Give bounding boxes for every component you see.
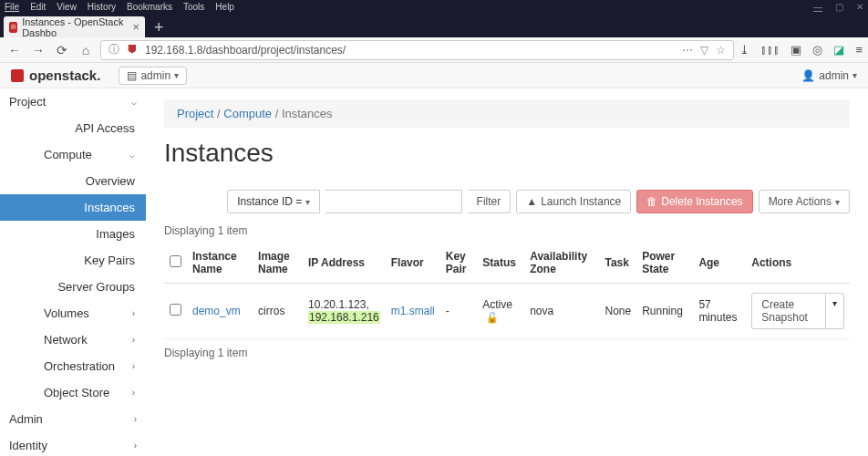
col-status[interactable]: Status <box>477 243 524 284</box>
chevron-right-icon: › <box>134 414 137 424</box>
star-icon[interactable]: ☆ <box>716 44 726 57</box>
chevron-right-icon: › <box>132 308 135 318</box>
info-icon[interactable]: ⓘ <box>108 42 119 57</box>
col-image-name[interactable]: Image Name <box>253 243 303 284</box>
page-title: Instances <box>164 139 850 168</box>
ellipsis-icon[interactable]: ⋯ <box>682 44 693 57</box>
delete-instances-button[interactable]: 🗑Delete Instances <box>636 190 752 213</box>
sidebar-item-images[interactable]: Images <box>0 221 146 247</box>
col-flavor[interactable]: Flavor <box>386 243 440 284</box>
browser-tab[interactable]: ⛭ Instances - OpenStack Dashbo × <box>4 16 145 37</box>
browser-menubar: File Edit View History Bookmarks Tools H… <box>0 0 868 13</box>
sidebar-item-compute[interactable]: Compute⌵ <box>0 141 146 168</box>
launch-instance-button[interactable]: ▲Launch Instance <box>516 190 631 213</box>
minimize-icon[interactable]: — <box>813 2 822 12</box>
sidebar-item-api-access[interactable]: API Access <box>0 115 146 141</box>
sidebar-item-identity[interactable]: Identity› <box>0 432 146 456</box>
chevron-right-icon: › <box>134 440 137 451</box>
menu-edit[interactable]: Edit <box>30 2 46 12</box>
back-button[interactable]: ← <box>5 41 24 59</box>
cell-power: Running <box>636 284 693 339</box>
ip-private: 10.20.1.123, <box>308 298 380 311</box>
openstack-favicon: ⛭ <box>9 22 17 33</box>
upload-icon: ▲ <box>526 195 537 208</box>
maximize-icon[interactable]: ▢ <box>835 2 843 12</box>
flavor-link[interactable]: m1.small <box>391 305 435 317</box>
main-content: Project / Compute / Instances Instances … <box>146 88 868 456</box>
create-snapshot-button[interactable]: Create Snapshot <box>751 293 826 329</box>
sidebar-item-instances[interactable]: Instances <box>0 194 146 221</box>
col-actions: Actions <box>746 243 850 284</box>
breadcrumb-project[interactable]: Project <box>177 107 213 120</box>
label: Server Groups <box>57 280 135 294</box>
col-age[interactable]: Age <box>693 243 746 284</box>
row-checkbox[interactable] <box>170 304 181 316</box>
cell-keypair: - <box>440 284 478 339</box>
home-button[interactable]: ⌂ <box>77 41 95 59</box>
col-ip[interactable]: IP Address <box>303 243 386 284</box>
reload-button[interactable]: ⟳ <box>53 41 71 59</box>
cell-status: Active🔓 <box>477 284 524 339</box>
menu-bookmarks[interactable]: Bookmarks <box>127 2 172 12</box>
menu-tools[interactable]: Tools <box>183 2 204 12</box>
sidebar-item-orchestration[interactable]: Orchestration› <box>0 353 146 379</box>
sidebar-item-project[interactable]: Project⌵ <box>0 88 146 115</box>
menu-help[interactable]: Help <box>215 2 234 12</box>
breadcrumb-compute[interactable]: Compute <box>223 107 272 120</box>
label: Instance ID = <box>237 195 302 208</box>
filter-field-select[interactable]: Instance ID = ▾ <box>227 190 319 213</box>
label: Delete Instances <box>661 195 742 208</box>
sidebar-item-servergroups[interactable]: Server Groups <box>0 274 146 300</box>
close-tab-icon[interactable]: × <box>132 20 140 34</box>
new-tab-button[interactable]: + <box>145 18 173 37</box>
chevron-down-icon: ⌵ <box>129 150 135 160</box>
domain-dropdown[interactable]: ▤ admin ▾ <box>119 67 187 85</box>
instance-name-link[interactable]: demo_vm <box>192 305 241 317</box>
label: More Actions <box>769 195 832 208</box>
sidebar-item-admin[interactable]: Admin› <box>0 406 146 432</box>
col-keypair[interactable]: Key Pair <box>440 243 478 284</box>
filter-button[interactable]: Filter <box>468 190 512 213</box>
menu-history[interactable]: History <box>88 2 116 12</box>
sidebar-item-overview[interactable]: Overview <box>0 168 146 194</box>
menu-icon[interactable]: ≡ <box>855 43 863 57</box>
sidebar-item-objectstore[interactable]: Object Store› <box>0 379 146 406</box>
sidebar: Project⌵ API Access Compute⌵ Overview In… <box>0 88 146 456</box>
label: Overview <box>86 174 135 188</box>
select-all-checkbox[interactable] <box>170 255 181 267</box>
extension-icon[interactable]: ◪ <box>833 43 844 57</box>
download-icon[interactable]: ⤓ <box>739 43 749 57</box>
url-bar[interactable]: ⓘ ⛊ 192.168.1.8/dashboard/project/instan… <box>100 40 734 60</box>
account-icon[interactable]: ◎ <box>812 43 822 57</box>
menu-view[interactable]: View <box>57 2 77 12</box>
more-actions-dropdown[interactable]: More Actions ▾ <box>759 190 850 213</box>
user-dropdown[interactable]: 👤 admin ▾ <box>801 69 857 82</box>
sidebar-item-keypairs[interactable]: Key Pairs <box>0 247 146 274</box>
menu-file[interactable]: File <box>5 2 19 12</box>
col-power[interactable]: Power State <box>636 243 693 284</box>
col-instance-name[interactable]: Instance Name <box>187 243 253 284</box>
chevron-down-icon: ▾ <box>174 70 179 80</box>
label: Orchestration <box>44 359 115 373</box>
brand[interactable]: openstack. <box>11 67 100 83</box>
trash-icon: 🗑 <box>646 195 657 208</box>
col-az[interactable]: Availability Zone <box>524 243 599 284</box>
library-icon[interactable]: ⫿⫿⫿ <box>760 43 780 57</box>
user-icon: 👤 <box>801 69 815 82</box>
col-task[interactable]: Task <box>599 243 636 284</box>
reader-icon[interactable]: ▽ <box>700 44 708 57</box>
chevron-right-icon: › <box>132 335 135 345</box>
browser-tab-strip: ⛭ Instances - OpenStack Dashbo × + <box>0 13 868 37</box>
shield-icon[interactable]: ⛊ <box>127 44 138 57</box>
sidebar-icon[interactable]: ▣ <box>790 43 801 57</box>
close-window-icon[interactable]: ✕ <box>856 2 863 12</box>
tab-title: Instances - OpenStack Dashbo <box>22 16 128 38</box>
breadcrumb-current: Instances <box>282 107 333 120</box>
forward-button[interactable]: → <box>29 41 47 59</box>
user-label: admin <box>819 69 849 82</box>
label: Network <box>44 333 88 347</box>
row-actions-dropdown[interactable]: ▾ <box>826 293 844 329</box>
sidebar-item-volumes[interactable]: Volumes› <box>0 300 146 326</box>
filter-input[interactable] <box>326 190 462 213</box>
sidebar-item-network[interactable]: Network› <box>0 326 146 353</box>
